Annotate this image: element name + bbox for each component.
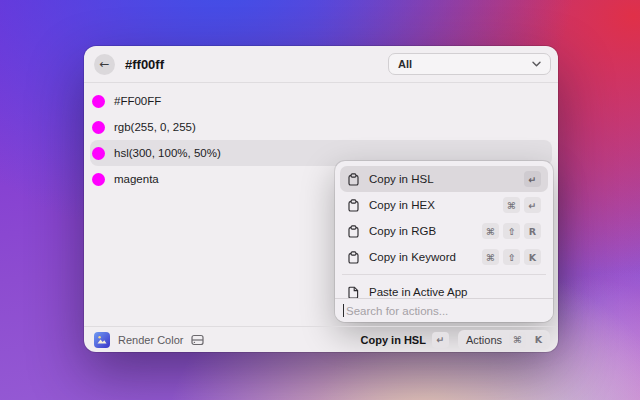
primary-action-label: Copy in HSL xyxy=(361,334,426,346)
color-swatch xyxy=(92,121,105,134)
key-k: K xyxy=(524,249,541,265)
list-item-label: hsl(300, 100%, 50%) xyxy=(114,147,221,159)
list-item-label: rgb(255, 0, 255) xyxy=(114,121,196,133)
key-return: ↵ xyxy=(432,332,449,348)
menu-item-label: Copy in HEX xyxy=(369,199,435,211)
menu-item-label: Copy in HSL xyxy=(369,173,434,185)
primary-action-button[interactable]: Copy in HSL ↵ xyxy=(361,332,449,348)
actions-button-label: Actions xyxy=(466,334,502,346)
command-name: Render Color xyxy=(118,334,183,346)
key-cmd: ⌘ xyxy=(482,223,499,239)
list-item-label: magenta xyxy=(114,173,159,185)
text-caret xyxy=(343,304,344,317)
actions-menu: Copy in HSL ↵ Copy in HEX ⌘ ↵ xyxy=(335,161,553,322)
clipboard-icon xyxy=(347,225,360,238)
menu-item-copy-keyword[interactable]: Copy in Keyword ⌘ ⇧ K xyxy=(340,244,548,270)
list-item-hex[interactable]: #FF00FF xyxy=(90,88,552,114)
menu-item-copy-hex[interactable]: Copy in HEX ⌘ ↵ xyxy=(340,192,548,218)
key-cmd: ⌘ xyxy=(503,197,520,213)
key-k: K xyxy=(530,332,547,348)
footer: Render Color Copy in HSL ↵ Actions ⌘ K xyxy=(84,326,558,352)
actions-menu-list: Copy in HSL ↵ Copy in HEX ⌘ ↵ xyxy=(335,161,553,298)
key-shift: ⇧ xyxy=(503,249,520,265)
back-button[interactable]: ← xyxy=(94,54,115,75)
filter-dropdown-value: All xyxy=(398,58,412,70)
actions-button[interactable]: Actions ⌘ K xyxy=(458,330,550,350)
clipboard-icon xyxy=(347,199,360,212)
render-color-app-icon xyxy=(94,332,110,348)
menu-item-label: Copy in Keyword xyxy=(369,251,456,263)
actions-search-field[interactable]: Search for actions... xyxy=(335,298,553,322)
menu-item-label: Copy in RGB xyxy=(369,225,436,237)
document-icon xyxy=(347,286,360,299)
key-return: ↵ xyxy=(524,197,541,213)
key-return: ↵ xyxy=(524,171,541,187)
page-title: #ff00ff xyxy=(125,57,164,72)
key-r: R xyxy=(524,223,541,239)
menu-item-copy-rgb[interactable]: Copy in RGB ⌘ ⇧ R xyxy=(340,218,548,244)
menu-item-paste-active-app[interactable]: Paste in Active App xyxy=(340,279,548,298)
search-placeholder: Search for actions... xyxy=(346,305,448,317)
key-cmd: ⌘ xyxy=(509,332,526,348)
clipboard-icon xyxy=(347,173,360,186)
menu-divider xyxy=(342,274,546,275)
list-item-rgb[interactable]: rgb(255, 0, 255) xyxy=(90,114,552,140)
chevron-down-icon xyxy=(532,61,541,67)
drive-icon xyxy=(191,334,204,346)
color-swatch xyxy=(92,95,105,108)
menu-item-label: Paste in Active App xyxy=(369,286,467,298)
key-shift: ⇧ xyxy=(503,223,520,239)
arrow-left-icon: ← xyxy=(99,57,109,71)
raycast-window: ← #ff00ff All #FF00FF rgb(255, 0, 255) h… xyxy=(84,46,558,352)
key-cmd: ⌘ xyxy=(482,249,499,265)
color-swatch xyxy=(92,147,105,160)
clipboard-icon xyxy=(347,251,360,264)
color-swatch xyxy=(92,173,105,186)
list-item-label: #FF00FF xyxy=(114,95,161,107)
menu-item-copy-hsl[interactable]: Copy in HSL ↵ xyxy=(340,166,548,192)
filter-dropdown[interactable]: All xyxy=(388,53,551,75)
header: ← #ff00ff All xyxy=(84,46,558,83)
